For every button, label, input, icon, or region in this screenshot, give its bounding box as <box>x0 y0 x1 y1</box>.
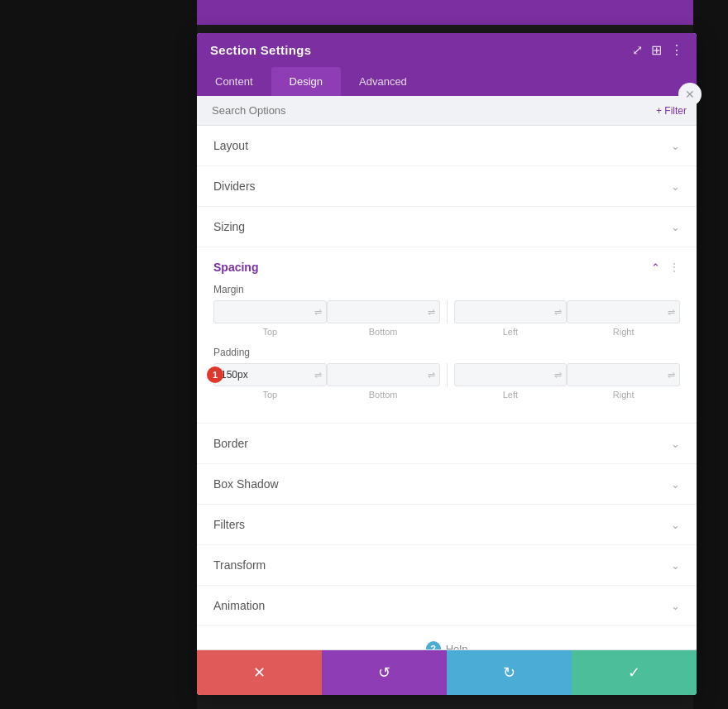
padding-bottom-link-icon: ⇌ <box>428 370 435 381</box>
tab-design[interactable]: Design <box>271 67 341 96</box>
filters-chevron: ⌄ <box>671 519 680 531</box>
transform-chevron: ⌄ <box>671 559 680 572</box>
padding-left-wrap: ⇌ <box>454 363 568 386</box>
undo-button[interactable]: ↺ <box>322 650 447 695</box>
help-row: ? Help <box>197 626 697 649</box>
layout-label: Layout <box>213 139 248 152</box>
filter-button[interactable]: + Filter <box>656 105 687 117</box>
spacing-title: Spacing <box>213 261 258 274</box>
padding-badge: 1 <box>207 366 223 383</box>
padding-right-link-icon: ⇌ <box>668 370 675 381</box>
padding-left-label: Left <box>454 390 568 400</box>
spacing-header-right: ⌃ ⋮ <box>651 261 680 274</box>
margin-bottom-wrap: ⇌ <box>327 300 440 323</box>
padding-right-wrap: ⇌ <box>567 363 680 386</box>
section-dividers[interactable]: Dividers ⌄ <box>197 166 697 207</box>
margin-divider <box>447 300 448 323</box>
dividers-chevron: ⌄ <box>671 180 680 193</box>
padding-top-label: Top <box>213 390 327 400</box>
padding-right-input[interactable] <box>567 363 680 386</box>
animation-label: Animation <box>213 599 265 612</box>
padding-left-pair: ⇌ ⇌ <box>213 363 440 386</box>
background-right <box>693 0 728 709</box>
sizing-chevron: ⌄ <box>671 221 680 233</box>
margin-bottom-input[interactable] <box>327 300 440 323</box>
padding-divider <box>447 363 448 386</box>
margin-label-divider <box>440 327 454 337</box>
section-settings-panel: Section Settings ⤢ ⊞ ⋮ Content Design Ad… <box>197 33 697 695</box>
layout-chevron: ⌄ <box>671 140 680 152</box>
section-animation[interactable]: Animation ⌄ <box>197 586 697 626</box>
sizing-label: Sizing <box>213 220 245 233</box>
redo-button[interactable]: ↻ <box>447 650 572 695</box>
padding-labels-row: Top Bottom Left Right <box>213 390 680 400</box>
margin-top-wrap: ⇌ <box>213 300 327 323</box>
padding-bottom-input[interactable] <box>327 363 440 386</box>
header-icons: ⤢ ⊞ ⋮ <box>632 44 683 57</box>
help-label[interactable]: Help <box>446 643 468 650</box>
padding-label: Padding <box>213 347 680 358</box>
more-icon[interactable]: ⋮ <box>670 44 683 57</box>
section-layout[interactable]: Layout ⌄ <box>197 126 697 166</box>
section-border[interactable]: Border ⌄ <box>197 424 697 464</box>
margin-top-label: Top <box>213 327 327 337</box>
margin-right-wrap: ⇌ <box>567 300 680 323</box>
padding-right-pair: ⇌ ⇌ <box>454 363 681 386</box>
panel-footer: ✕ ↺ ↻ ✓ <box>197 649 697 695</box>
background-left <box>0 0 197 709</box>
margin-inputs-row: ⇌ ⇌ ⇌ <box>213 300 680 323</box>
panel-header: Section Settings ⤢ ⊞ ⋮ <box>197 33 697 67</box>
section-sizing[interactable]: Sizing ⌄ <box>197 207 697 247</box>
spacing-chevron: ⌃ <box>651 261 660 274</box>
border-chevron: ⌄ <box>671 438 680 450</box>
padding-right-label: Right <box>567 390 680 400</box>
animation-chevron: ⌄ <box>671 600 680 612</box>
margin-label: Margin <box>213 284 680 295</box>
panel-body: Layout ⌄ Dividers ⌄ Sizing ⌄ Spacing ⌃ ⋮ <box>197 126 697 649</box>
padding-left-link-icon: ⇌ <box>554 370 562 381</box>
search-input[interactable] <box>207 96 656 125</box>
margin-left-link-icon: ⇌ <box>554 307 562 318</box>
margin-bottom-label: Bottom <box>327 327 440 337</box>
box-shadow-label: Box Shadow <box>213 477 279 491</box>
margin-right-label: Right <box>567 327 680 337</box>
border-label: Border <box>213 437 248 450</box>
padding-bottom-wrap: ⇌ <box>327 363 440 386</box>
spacing-section: Spacing ⌃ ⋮ Margin ⇌ <box>197 247 697 424</box>
filter-label: + Filter <box>656 105 687 117</box>
cancel-button[interactable]: ✕ <box>197 650 322 695</box>
spacing-more-icon[interactable]: ⋮ <box>668 261 680 274</box>
padding-top-link-icon: ⇌ <box>314 370 322 381</box>
margin-left-wrap: ⇌ <box>454 300 568 323</box>
transform-label: Transform <box>213 558 266 572</box>
tab-advanced[interactable]: Advanced <box>341 67 425 96</box>
margin-left-input[interactable] <box>454 300 568 323</box>
tabs-row: Content Design Advanced <box>197 67 697 96</box>
margin-top-input[interactable] <box>213 300 327 323</box>
margin-right-input[interactable] <box>567 300 680 323</box>
section-transform[interactable]: Transform ⌄ <box>197 545 697 586</box>
margin-labels-row: Top Bottom Left Right <box>213 327 680 337</box>
padding-top-input[interactable] <box>213 363 327 386</box>
padding-bottom-label: Bottom <box>327 390 440 400</box>
panel-title: Section Settings <box>210 43 311 57</box>
margin-left-label: Left <box>454 327 568 337</box>
section-filters[interactable]: Filters ⌄ <box>197 505 697 545</box>
columns-icon[interactable]: ⊞ <box>651 44 662 57</box>
spacing-header[interactable]: Spacing ⌃ ⋮ <box>197 247 697 280</box>
box-shadow-chevron: ⌄ <box>671 478 680 491</box>
expand-icon[interactable]: ⤢ <box>632 44 643 57</box>
padding-label-divider <box>440 390 454 400</box>
save-button[interactable]: ✓ <box>572 650 697 695</box>
close-panel-button[interactable]: ✕ <box>678 83 702 106</box>
help-icon: ? <box>426 641 441 649</box>
margin-top-link-icon: ⇌ <box>314 307 322 318</box>
section-box-shadow[interactable]: Box Shadow ⌄ <box>197 464 697 505</box>
padding-left-input[interactable] <box>454 363 568 386</box>
tab-content[interactable]: Content <box>197 67 271 96</box>
margin-right-link-icon: ⇌ <box>668 307 675 318</box>
search-bar: + Filter <box>197 96 697 126</box>
spacing-body: Margin ⇌ ⇌ <box>197 280 697 423</box>
margin-right-pair: ⇌ ⇌ <box>454 300 681 323</box>
filters-label: Filters <box>213 518 245 531</box>
